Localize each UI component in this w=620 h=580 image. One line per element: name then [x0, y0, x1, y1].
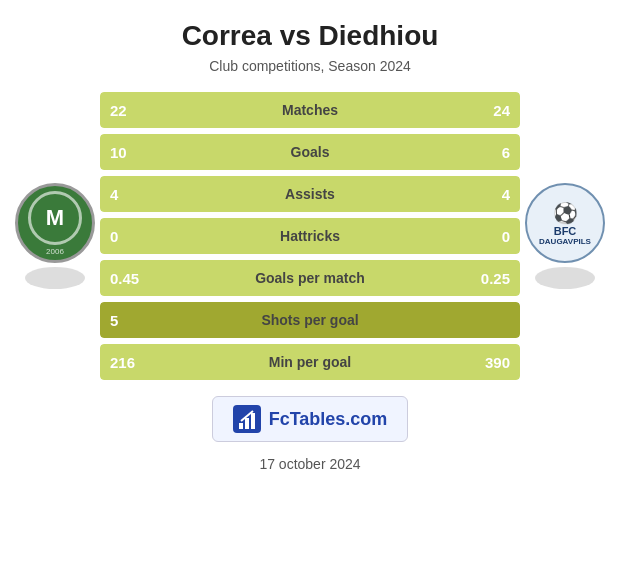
stat-right-goals: 6: [480, 144, 520, 161]
stat-label-matches: Matches: [140, 102, 480, 118]
footer-date: 17 october 2024: [259, 456, 360, 472]
stat-label-min-per-goal: Min per goal: [140, 354, 480, 370]
stat-row-min-per-goal: 216 Min per goal 390: [100, 344, 520, 380]
stat-row-shots-per-goal: 5 Shots per goal: [100, 302, 520, 338]
stat-row-hattricks: 0 Hattricks 0: [100, 218, 520, 254]
fctables-icon: [233, 405, 261, 433]
stat-right-hattricks: 0: [480, 228, 520, 245]
stat-row-assists: 4 Assists 4: [100, 176, 520, 212]
stat-right-goals-per-match: 0.25: [480, 270, 520, 287]
page-subtitle: Club competitions, Season 2024: [209, 58, 411, 74]
stat-row-goals-per-match: 0.45 Goals per match 0.25: [100, 260, 520, 296]
stats-column: 22 Matches 24 10 Goals 6 4 Assists 4: [100, 92, 520, 380]
stat-right-min-per-goal: 390: [480, 354, 520, 371]
stat-left-hattricks: 0: [100, 228, 140, 245]
stat-left-goals-per-match: 0.45: [100, 270, 140, 287]
stat-right-matches: 24: [480, 102, 520, 119]
stat-left-goals: 10: [100, 144, 140, 161]
stat-left-shots-per-goal: 5: [100, 312, 140, 329]
stat-left-assists: 4: [100, 186, 140, 203]
stat-row-matches: 22 Matches 24: [100, 92, 520, 128]
fctables-text: FcTables.com: [269, 409, 388, 430]
team-logo-left: M 2006: [10, 183, 100, 289]
stat-left-min-per-goal: 216: [100, 354, 140, 371]
stat-right-assists: 4: [480, 186, 520, 203]
page-title: Correa vs Diedhiou: [182, 20, 439, 52]
stat-label-shots-per-goal: Shots per goal: [140, 312, 480, 328]
svg-rect-2: [245, 418, 249, 429]
stat-label-hattricks: Hattricks: [140, 228, 480, 244]
stat-label-goals-per-match: Goals per match: [140, 270, 480, 286]
stat-left-matches: 22: [100, 102, 140, 119]
stat-row-goals: 10 Goals 6: [100, 134, 520, 170]
fctables-banner: FcTables.com: [212, 396, 409, 442]
svg-rect-1: [239, 423, 243, 429]
svg-rect-3: [251, 413, 255, 429]
stat-label-goals: Goals: [140, 144, 480, 160]
team-logo-right: ⚽ BFC DAUGAVPILS: [520, 183, 610, 289]
stat-label-assists: Assists: [140, 186, 480, 202]
